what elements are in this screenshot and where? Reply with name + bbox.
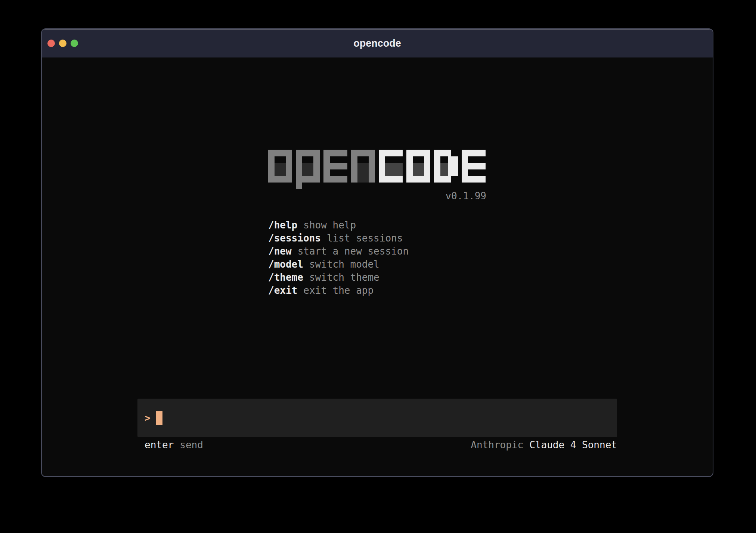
command-description: switch model (309, 259, 379, 270)
opencode-pixel-logo (268, 150, 486, 189)
command-row: /exitexit the app (268, 284, 486, 297)
app-window: opencode (41, 28, 713, 477)
command-name: /theme (268, 272, 303, 283)
command-name: /model (268, 259, 303, 270)
prompt-icon: > (145, 412, 151, 424)
command-name: /help (268, 219, 297, 231)
titlebar[interactable]: opencode (42, 29, 713, 57)
status-bar: entersend AnthropicClaude 4 Sonnet (137, 440, 617, 450)
command-list: /helpshow help /sessionslist sessions /n… (268, 219, 486, 297)
command-description: show help (303, 219, 356, 231)
model-indicator: AnthropicClaude 4 Sonnet (471, 440, 617, 450)
hero-block: v0.1.99 /helpshow help /sessionslist ses… (268, 150, 486, 297)
message-input[interactable]: > (137, 399, 617, 437)
command-description: start a new session (298, 246, 409, 257)
command-description: exit the app (303, 285, 374, 296)
keybind-hint: entersend (137, 440, 203, 450)
model-name: Claude 4 Sonnet (529, 439, 617, 451)
command-name: /exit (268, 285, 297, 296)
window-title: opencode (42, 29, 713, 57)
version-label: v0.1.99 (268, 191, 486, 201)
keybind-key: enter (145, 439, 174, 451)
text-cursor (156, 411, 162, 425)
command-row: /newstart a new session (268, 245, 486, 258)
provider-name: Anthropic (471, 439, 523, 451)
desktop-background: opencode (0, 0, 756, 533)
command-row: /themeswitch theme (268, 271, 486, 284)
command-name: /sessions (268, 233, 321, 244)
command-name: /new (268, 246, 292, 257)
terminal-content: v0.1.99 /helpshow help /sessionslist ses… (42, 57, 713, 476)
command-description: switch theme (309, 272, 379, 283)
command-row: /modelswitch model (268, 258, 486, 271)
keybind-action: send (180, 439, 203, 451)
command-row: /sessionslist sessions (268, 232, 486, 245)
command-description: list sessions (327, 233, 403, 244)
command-row: /helpshow help (268, 219, 486, 232)
